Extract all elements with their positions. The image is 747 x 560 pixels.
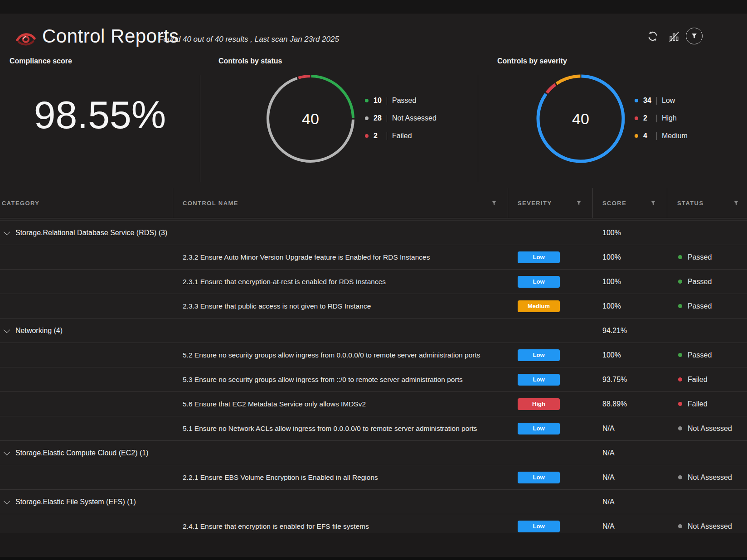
funnel-icon xyxy=(691,33,697,39)
chevron-down-icon[interactable] xyxy=(4,228,10,235)
column-header-severity: SEVERITY xyxy=(508,188,592,218)
compliance-score-value: 98.55% xyxy=(0,93,200,136)
filter-menu-button[interactable] xyxy=(686,28,703,44)
severity-badge: Low xyxy=(518,349,560,361)
status-cell: Not Assessed xyxy=(667,416,747,440)
status-cell: Failed xyxy=(667,367,747,391)
status-cell xyxy=(667,441,747,465)
status-dot xyxy=(678,475,682,479)
score-cell: 100% xyxy=(592,270,667,294)
control-row[interactable]: 5.1 Ensure no Network ACLs allow ingress… xyxy=(0,416,747,441)
chevron-down-icon[interactable] xyxy=(4,449,10,455)
severity-badge: High xyxy=(518,398,560,410)
control-name-cell: 5.6 Ensure that EC2 Metadata Service onl… xyxy=(173,392,508,416)
control-name-cell: 2.2.1 Ensure EBS Volume Encryption is En… xyxy=(173,465,508,489)
severity-cell xyxy=(508,319,592,343)
score-cell: N/A xyxy=(592,441,667,465)
legend-item-not-assessed[interactable]: 28Not Assessed xyxy=(365,113,437,124)
status-dot xyxy=(678,353,682,357)
status-filter-icon[interactable] xyxy=(733,200,739,206)
status-legend: 10Passed28Not Assessed2Failed xyxy=(365,95,437,148)
category-cell: Storage.Elastic File System (EFS) (1) xyxy=(0,490,173,514)
control-name-filter-icon[interactable] xyxy=(491,200,497,206)
control-row[interactable]: 2.2.1 Ensure EBS Volume Encryption is En… xyxy=(0,465,747,490)
column-header-status: STATUS xyxy=(667,188,747,218)
legend-separator xyxy=(387,132,387,140)
severity-badge: Low xyxy=(518,374,560,386)
legend-label: Failed xyxy=(392,132,412,140)
legend-count: 2 xyxy=(374,132,386,140)
legend-item-high[interactable]: 2High xyxy=(635,113,688,124)
toggle-charts-button[interactable] xyxy=(667,30,681,43)
control-row[interactable]: 5.2 Ensure no security groups allow ingr… xyxy=(0,343,747,367)
score-cell: N/A xyxy=(592,416,667,440)
legend-item-medium[interactable]: 4Medium xyxy=(635,130,688,141)
status-cell xyxy=(667,490,747,514)
control-row[interactable]: 5.6 Ensure that EC2 Metadata Service onl… xyxy=(0,392,747,416)
score-header-label: SCORE xyxy=(602,200,626,207)
control-row[interactable]: 2.3.3 Ensure that public access is not g… xyxy=(0,294,747,319)
score-filter-icon[interactable] xyxy=(650,200,656,206)
status-dot xyxy=(678,426,682,430)
chevron-down-icon[interactable] xyxy=(4,326,10,333)
status-dot xyxy=(678,377,682,381)
category-row[interactable]: Storage.Elastic File System (EFS) (1)N/A xyxy=(0,490,747,514)
category-row[interactable]: Storage.Relational Database Service (RDS… xyxy=(0,221,747,245)
score-cell: N/A xyxy=(592,465,667,489)
severity-legend: 34Low2High4Medium xyxy=(635,95,688,148)
legend-bullet xyxy=(365,99,369,102)
column-header-score: SCORE xyxy=(592,188,667,218)
status-label: Passed xyxy=(688,351,712,359)
status-cell xyxy=(667,221,747,245)
severity-cell: Low xyxy=(508,270,592,294)
severity-badge: Low xyxy=(518,276,560,288)
chevron-down-icon[interactable] xyxy=(4,497,10,504)
score-cell: 94.21% xyxy=(592,319,667,343)
category-row[interactable]: Networking (4)94.21% xyxy=(0,319,747,343)
status-dot xyxy=(678,280,682,284)
control-row[interactable]: 2.3.2 Ensure Auto Minor Version Upgrade … xyxy=(0,245,747,270)
legend-label: Medium xyxy=(662,132,688,140)
legend-item-low[interactable]: 34Low xyxy=(635,95,688,106)
status-label: Failed xyxy=(688,376,708,384)
control-row[interactable]: 2.3.1 Ensure that encryption-at-rest is … xyxy=(0,270,747,294)
status-dot xyxy=(678,402,682,406)
control-name-cell: 5.2 Ensure no security groups allow ingr… xyxy=(173,343,508,367)
legend-label: Low xyxy=(662,97,675,105)
score-cell: 100% xyxy=(592,294,667,318)
score-cell: 100% xyxy=(592,221,667,245)
severity-cell: Medium xyxy=(508,294,592,318)
severity-cell xyxy=(508,441,592,465)
severity-filter-icon[interactable] xyxy=(576,200,582,206)
status-label: Failed xyxy=(688,400,708,408)
window-bottom-strip xyxy=(0,557,747,560)
control-row[interactable]: 5.3 Ensure no security groups allow ingr… xyxy=(0,367,747,392)
control-name-cell: 2.3.1 Ensure that encryption-at-rest is … xyxy=(173,270,508,294)
refresh-button[interactable] xyxy=(645,29,660,43)
column-header-control-name: CONTROL NAME xyxy=(173,188,508,218)
compliance-score-label: Compliance score xyxy=(10,57,72,65)
results-summary-text: Found 40 out of 40 results , Last scan J… xyxy=(159,35,339,44)
severity-badge: Low xyxy=(518,423,560,434)
severity-cell: Low xyxy=(508,465,592,489)
severity-cell: Low xyxy=(508,343,592,367)
legend-bullet xyxy=(635,99,638,102)
status-label: Passed xyxy=(688,253,712,261)
score-cell: 100% xyxy=(592,343,667,367)
category-label: Storage.Elastic Compute Cloud (EC2) (1) xyxy=(15,449,148,457)
control-name-cell: 2.3.2 Ensure Auto Minor Version Upgrade … xyxy=(173,245,508,269)
severity-cell: Low xyxy=(508,416,592,440)
severity-cell: Low xyxy=(508,245,592,269)
legend-separator xyxy=(387,97,387,105)
status-cell: Passed xyxy=(667,343,747,367)
legend-label: Passed xyxy=(392,97,416,105)
legend-item-failed[interactable]: 2Failed xyxy=(365,130,437,141)
legend-separator xyxy=(656,132,657,140)
legend-item-passed[interactable]: 10Passed xyxy=(365,95,437,106)
severity-badge: Low xyxy=(518,521,560,532)
severity-badge: Low xyxy=(518,472,560,483)
control-name-cell xyxy=(173,490,508,514)
category-row[interactable]: Storage.Elastic Compute Cloud (EC2) (1)N… xyxy=(0,441,747,465)
status-label: Not Assessed xyxy=(688,425,732,433)
legend-count: 28 xyxy=(374,114,386,122)
